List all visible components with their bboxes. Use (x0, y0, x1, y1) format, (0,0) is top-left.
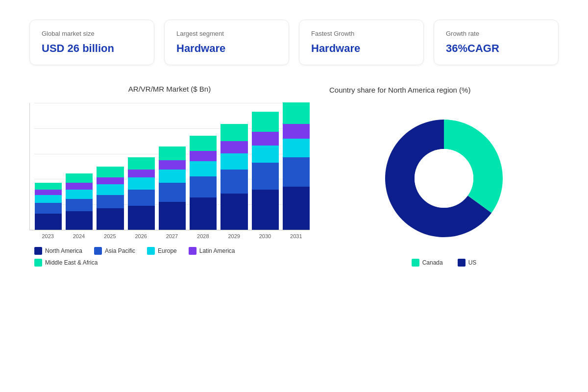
bar-group (283, 103, 310, 230)
bar-segment-north_america (159, 202, 186, 230)
bar-chart-title: AR/VR/MR Market ($ Bn) (29, 85, 310, 93)
legend-color (147, 247, 155, 255)
year-label: 2023 (34, 233, 61, 239)
bar-segment-latin_america (35, 190, 62, 195)
year-label: 2027 (158, 233, 185, 239)
bar-segment-middle_east_africa (35, 183, 62, 190)
legend-item-asia_pacific: Asia Pacific (94, 247, 135, 255)
kpi-card-growth-rate: Growth rate 36%CAGR (434, 20, 559, 65)
kpi-row: Global market size USD 26 billion Larges… (29, 20, 559, 65)
bar-segment-latin_america (283, 124, 310, 139)
donut-legend-item-canada: Canada (412, 259, 443, 267)
bar-segment-asia_pacific (220, 170, 247, 194)
year-labels-row: 202320242025202620272028202920302031 (29, 233, 310, 239)
bar-segment-latin_america (159, 160, 186, 170)
bar-segment-asia_pacific (35, 203, 62, 214)
bar-group (35, 103, 62, 230)
donut-svg (375, 110, 513, 247)
donut-container (329, 110, 559, 247)
bar-segment-europe (283, 139, 310, 157)
donut-center-circle (415, 149, 473, 208)
year-label: 2029 (220, 233, 247, 239)
bar-segment-latin_america (252, 132, 279, 145)
bar-segment-middle_east_africa (220, 124, 247, 142)
bar-segment-europe (252, 146, 279, 163)
bar-group (252, 103, 279, 230)
legend-label: Europe (158, 247, 177, 254)
kpi-value: Hardware (176, 42, 277, 55)
year-label: 2026 (127, 233, 154, 239)
donut-chart-title: Country share for North America region (… (329, 85, 559, 95)
legend-label: North America (45, 247, 82, 254)
year-label: 2024 (65, 233, 92, 239)
main-content: AR/VR/MR Market ($ Bn) 20232024202520262… (29, 85, 559, 267)
kpi-label: Global market size (42, 30, 142, 37)
kpi-label: Growth rate (446, 30, 546, 37)
bar-segment-north_america (220, 194, 247, 230)
bar-chart-wrapper (29, 103, 310, 230)
kpi-label: Largest segment (176, 30, 277, 37)
legend-label: Latin America (199, 247, 235, 254)
legend-color (189, 247, 196, 255)
bar-segment-middle_east_africa (190, 136, 217, 150)
bar-segment-europe (220, 153, 247, 170)
legend-color (94, 247, 102, 255)
bar-segment-latin_america (97, 177, 123, 184)
legend-item-europe: Europe (147, 247, 177, 255)
bar-segment-north_america (35, 214, 62, 230)
legend-item-latin_america: Latin America (189, 247, 235, 255)
bar-segment-europe (128, 177, 155, 190)
bar-segment-middle_east_africa (97, 167, 123, 177)
bar-segment-asia_pacific (159, 183, 186, 201)
bar-group (159, 103, 186, 230)
bar-segment-middle_east_africa (283, 102, 310, 124)
bar-segment-middle_east_africa (252, 112, 279, 132)
kpi-card-largest-segment: Largest segment Hardware (164, 20, 289, 65)
bar-segment-latin_america (66, 183, 93, 190)
legend-item-middle_east_africa: Middle East & Africa (34, 259, 98, 267)
donut-legend-label: Canada (422, 259, 443, 266)
donut-chart-section: Country share for North America region (… (329, 85, 559, 267)
kpi-value: USD 26 billion (42, 42, 142, 55)
donut-legend: Canada US (329, 259, 559, 267)
bar-segment-asia_pacific (283, 157, 310, 187)
bar-group (190, 103, 217, 230)
bar-group (128, 103, 155, 230)
bar-segment-asia_pacific (97, 195, 123, 208)
bar-chart-section: AR/VR/MR Market ($ Bn) 20232024202520262… (29, 85, 310, 267)
bar-segment-asia_pacific (190, 176, 217, 198)
bar-segment-europe (66, 190, 93, 199)
bar-segment-latin_america (128, 170, 155, 177)
bar-segment-europe (97, 184, 123, 195)
kpi-card-global-market-size: Global market size USD 26 billion (29, 20, 154, 65)
bars-row (29, 103, 310, 230)
bar-segment-north_america (97, 208, 123, 230)
bar-group (66, 103, 93, 230)
page: Global market size USD 26 billion Larges… (0, 0, 588, 392)
bar-segment-middle_east_africa (128, 157, 155, 170)
bar-chart-legend: North America Asia Pacific Europe Latin … (29, 247, 310, 267)
legend-color (34, 259, 42, 267)
kpi-card-fastest-growth: Fastest Growth Hardware (299, 20, 424, 65)
legend-color (34, 247, 42, 255)
bar-segment-north_america (252, 190, 279, 230)
bar-group (220, 103, 247, 230)
bar-segment-north_america (190, 197, 217, 230)
year-label: 2025 (97, 233, 123, 239)
donut-legend-label: US (468, 259, 477, 266)
bar-segment-asia_pacific (252, 163, 279, 190)
bar-segment-middle_east_africa (159, 147, 186, 160)
year-label: 2028 (190, 233, 217, 239)
legend-item-north_america: North America (34, 247, 82, 255)
kpi-value: Hardware (311, 42, 412, 55)
bar-segment-north_america (128, 206, 155, 230)
donut-legend-item-us: US (458, 259, 477, 267)
legend-label: Middle East & Africa (45, 259, 98, 266)
bar-segment-middle_east_africa (66, 173, 93, 183)
donut-legend-color (412, 259, 419, 267)
kpi-label: Fastest Growth (311, 30, 412, 37)
bar-segment-north_america (66, 211, 93, 230)
bar-segment-asia_pacific (128, 190, 155, 206)
bar-segment-europe (35, 195, 62, 203)
bar-segment-north_america (283, 187, 310, 230)
